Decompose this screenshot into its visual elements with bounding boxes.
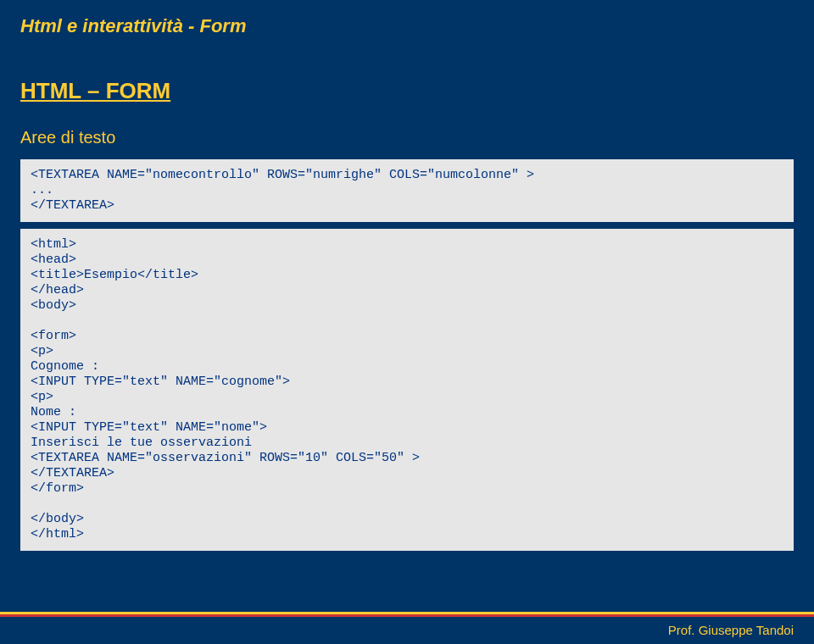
code-syntax-box: <TEXTAREA NAME="nomecontrollo" ROWS="num…	[20, 159, 794, 222]
section-heading: HTML – FORM	[0, 37, 814, 104]
page-title: Html e interattività - Form	[0, 0, 814, 37]
sub-heading: Aree di testo	[0, 104, 814, 159]
divider-red	[0, 614, 814, 617]
footer-author: Prof. Giuseppe Tandoi	[668, 623, 794, 637]
code-example-box: <html> <head> <title>Esempio</title> </h…	[20, 229, 794, 551]
footer-divider	[0, 612, 814, 617]
